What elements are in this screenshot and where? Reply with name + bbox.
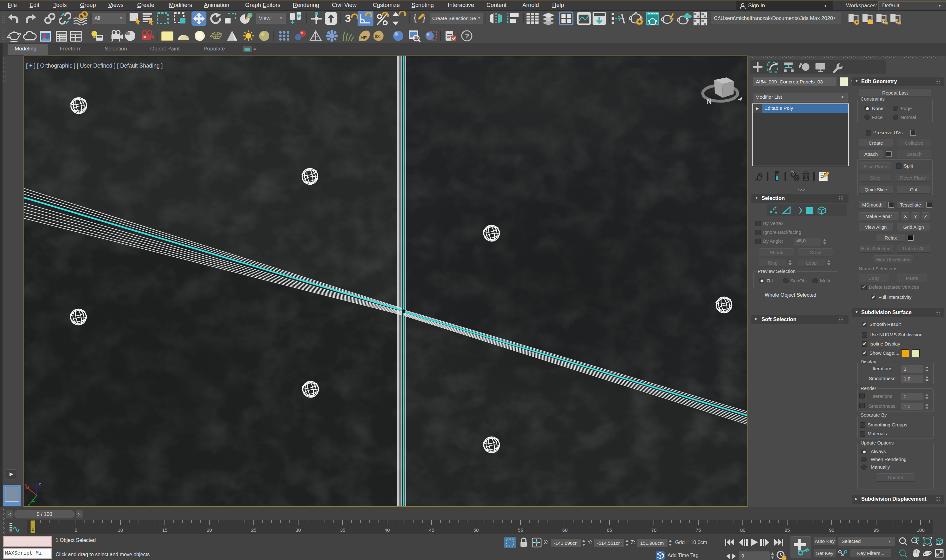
svg-text:0x: 0x (375, 34, 380, 39)
svg-text:65: 65 (607, 527, 612, 533)
svg-text:?: ? (465, 32, 469, 40)
svg-text:[ + ] [ Orthographic ] [ User: [ + ] [ Orthographic ] [ User Defined ] … (26, 63, 163, 69)
svg-text:50: 50 (474, 527, 479, 533)
svg-text:10: 10 (118, 527, 123, 533)
svg-text:60: 60 (562, 527, 568, 533)
svg-text:z: z (39, 482, 41, 487)
svg-text:90: 90 (829, 527, 835, 533)
svg-text:55: 55 (518, 527, 523, 533)
svg-text:70: 70 (651, 527, 657, 533)
svg-text:HF: HF (360, 35, 367, 40)
svg-text:35: 35 (340, 527, 346, 533)
svg-text:15: 15 (162, 527, 168, 533)
svg-text:N: N (707, 98, 711, 105)
svg-text:95: 95 (873, 527, 879, 533)
svg-text:100: 100 (917, 527, 924, 533)
svg-text:x: x (25, 482, 27, 488)
svg-text:85: 85 (785, 527, 790, 533)
svg-text:5: 5 (75, 527, 77, 533)
svg-text:25: 25 (251, 527, 256, 533)
svg-text:40: 40 (384, 527, 390, 533)
svg-text:20: 20 (207, 527, 212, 533)
svg-text:45: 45 (429, 527, 434, 533)
svg-text:30: 30 (296, 527, 301, 533)
svg-text:y: y (28, 502, 31, 506)
svg-text:80: 80 (740, 527, 745, 533)
svg-text:75: 75 (696, 527, 701, 533)
